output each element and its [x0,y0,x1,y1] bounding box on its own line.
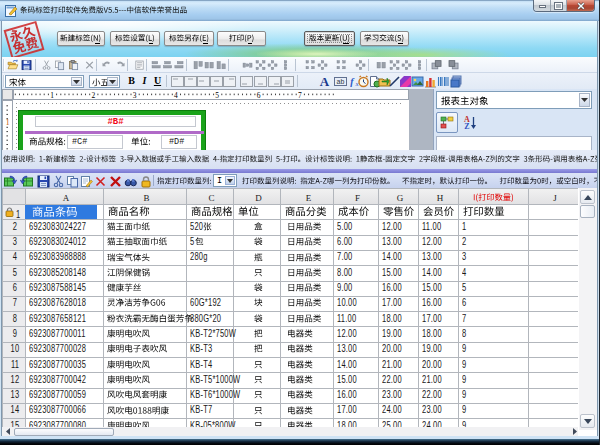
svg-text:1: 1 [50,91,54,100]
svg-text:ab: ab [337,78,345,85]
svg-text:A: A [320,75,330,88]
svg-text:3: 3 [133,91,137,100]
svg-text:6: 6 [257,91,261,100]
svg-text:Z: Z [464,122,469,130]
svg-text:2: 2 [91,91,95,100]
svg-text:1: 1 [6,118,10,127]
svg-text:5: 5 [215,91,219,100]
svg-text:7: 7 [298,91,302,100]
svg-text:4: 4 [174,91,178,100]
